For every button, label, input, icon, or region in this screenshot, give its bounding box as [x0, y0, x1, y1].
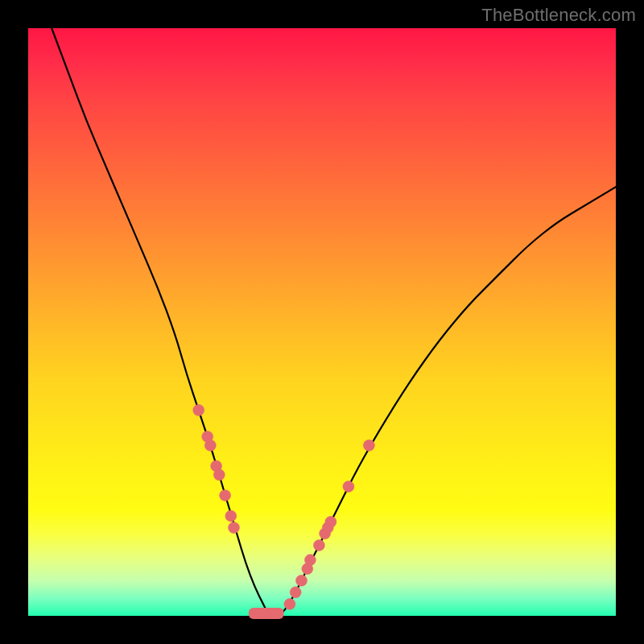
highlight-dot: [220, 489, 231, 501]
highlight-dot: [343, 481, 354, 492]
highlight-dot: [284, 598, 295, 609]
highlight-dot: [213, 469, 225, 481]
highlight-dot: [193, 405, 204, 416]
highlight-dot: [325, 516, 336, 527]
highlight-dots-left: [193, 405, 240, 534]
highlight-dot: [204, 440, 216, 451]
highlight-dot: [290, 587, 301, 598]
highlight-dot: [363, 440, 374, 451]
highlight-dot: [313, 539, 324, 551]
highlight-dot: [225, 510, 237, 522]
watermark-text: TheBottleneck.com: [481, 5, 636, 26]
highlight-dot: [296, 575, 308, 586]
highlight-dot: [304, 555, 316, 566]
highlight-dot: [229, 522, 240, 534]
flat-bottom-band: [249, 608, 284, 619]
bottleneck-curve: [52, 28, 616, 616]
highlight-dots-right: [284, 440, 375, 609]
chart-overlay: [28, 28, 616, 616]
